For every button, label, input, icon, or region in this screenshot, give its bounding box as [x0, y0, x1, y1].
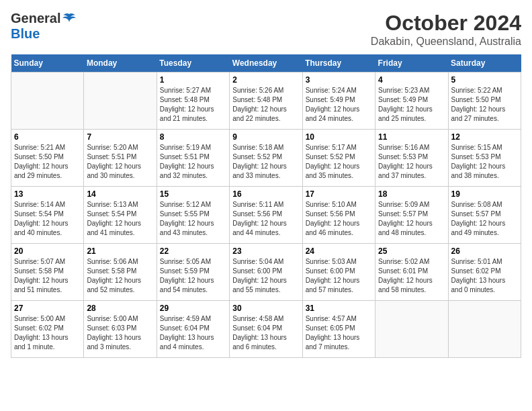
day-number: 17: [306, 189, 372, 199]
calendar-cell: 10Sunrise: 5:17 AM Sunset: 5:52 PM Dayli…: [302, 130, 375, 187]
title-section: October 2024 Dakabin, Queensland, Austra…: [371, 11, 521, 48]
calendar-cell: 3Sunrise: 5:24 AM Sunset: 5:49 PM Daylig…: [302, 73, 375, 130]
week-row-3: 13Sunrise: 5:14 AM Sunset: 5:54 PM Dayli…: [11, 187, 521, 244]
calendar-cell: 25Sunrise: 5:02 AM Sunset: 6:01 PM Dayli…: [375, 244, 448, 301]
calendar-cell: 8Sunrise: 5:19 AM Sunset: 5:51 PM Daylig…: [157, 130, 229, 187]
calendar-cell: [375, 301, 448, 358]
day-info: Sunrise: 5:21 AM Sunset: 5:50 PM Dayligh…: [14, 143, 81, 181]
day-info: Sunrise: 5:20 AM Sunset: 5:51 PM Dayligh…: [87, 143, 153, 181]
day-number: 13: [14, 189, 81, 199]
day-info: Sunrise: 5:02 AM Sunset: 6:01 PM Dayligh…: [378, 257, 445, 295]
calendar-cell: 24Sunrise: 5:03 AM Sunset: 6:00 PM Dayli…: [302, 244, 375, 301]
day-number: 11: [378, 132, 445, 142]
location-title: Dakabin, Queensland, Australia: [371, 36, 521, 48]
day-number: 14: [87, 189, 153, 199]
week-row-4: 20Sunrise: 5:07 AM Sunset: 5:58 PM Dayli…: [11, 244, 521, 301]
day-info: Sunrise: 5:23 AM Sunset: 5:49 PM Dayligh…: [378, 86, 445, 124]
logo-bird-icon: [62, 13, 77, 25]
day-number: 26: [451, 246, 518, 256]
day-number: 9: [232, 132, 299, 142]
day-number: 31: [306, 304, 372, 313]
day-number: 22: [160, 246, 226, 256]
calendar-cell: 13Sunrise: 5:14 AM Sunset: 5:54 PM Dayli…: [11, 187, 84, 244]
calendar-cell: 16Sunrise: 5:11 AM Sunset: 5:56 PM Dayli…: [230, 187, 302, 244]
calendar-cell: 20Sunrise: 5:07 AM Sunset: 5:58 PM Dayli…: [11, 244, 84, 301]
day-number: 1: [160, 75, 226, 85]
day-info: Sunrise: 5:14 AM Sunset: 5:54 PM Dayligh…: [14, 200, 81, 238]
day-info: Sunrise: 5:22 AM Sunset: 5:50 PM Dayligh…: [451, 86, 518, 124]
day-number: 23: [232, 246, 299, 256]
day-header-thursday: Thursday: [302, 54, 375, 73]
day-info: Sunrise: 4:58 AM Sunset: 6:04 PM Dayligh…: [232, 314, 299, 352]
day-info: Sunrise: 5:04 AM Sunset: 6:00 PM Dayligh…: [232, 257, 299, 295]
day-number: 5: [451, 75, 518, 85]
calendar-cell: 31Sunrise: 4:57 AM Sunset: 6:05 PM Dayli…: [302, 301, 375, 358]
calendar-cell: 17Sunrise: 5:10 AM Sunset: 5:56 PM Dayli…: [302, 187, 375, 244]
calendar-cell: 29Sunrise: 4:59 AM Sunset: 6:04 PM Dayli…: [157, 301, 229, 358]
day-header-friday: Friday: [375, 54, 448, 73]
calendar-cell: 14Sunrise: 5:13 AM Sunset: 5:54 PM Dayli…: [84, 187, 157, 244]
day-number: 2: [232, 75, 299, 85]
week-row-1: 1Sunrise: 5:27 AM Sunset: 5:48 PM Daylig…: [11, 73, 521, 130]
calendar-cell: 23Sunrise: 5:04 AM Sunset: 6:00 PM Dayli…: [230, 244, 302, 301]
day-info: Sunrise: 5:15 AM Sunset: 5:53 PM Dayligh…: [451, 143, 518, 181]
day-info: Sunrise: 5:05 AM Sunset: 5:59 PM Dayligh…: [160, 257, 226, 295]
calendar-cell: 1Sunrise: 5:27 AM Sunset: 5:48 PM Daylig…: [157, 73, 229, 130]
day-header-sunday: Sunday: [11, 54, 84, 73]
calendar-cell: [448, 301, 521, 358]
calendar-cell: 26Sunrise: 5:01 AM Sunset: 6:02 PM Dayli…: [448, 244, 521, 301]
day-number: 20: [14, 246, 81, 256]
day-header-wednesday: Wednesday: [230, 54, 302, 73]
day-number: 12: [451, 132, 518, 142]
calendar-table: SundayMondayTuesdayWednesdayThursdayFrid…: [11, 54, 521, 358]
calendar-cell: 11Sunrise: 5:16 AM Sunset: 5:53 PM Dayli…: [375, 130, 448, 187]
day-info: Sunrise: 5:08 AM Sunset: 5:57 PM Dayligh…: [451, 200, 518, 238]
day-number: 16: [232, 189, 299, 199]
days-of-week-row: SundayMondayTuesdayWednesdayThursdayFrid…: [11, 54, 521, 73]
calendar-cell: 30Sunrise: 4:58 AM Sunset: 6:04 PM Dayli…: [230, 301, 302, 358]
calendar-cell: [11, 73, 84, 130]
page-header: General Blue October 2024 Dakabin, Queen…: [11, 11, 521, 48]
day-number: 28: [87, 304, 153, 313]
day-number: 3: [306, 75, 372, 85]
day-info: Sunrise: 5:24 AM Sunset: 5:49 PM Dayligh…: [306, 86, 372, 124]
calendar-cell: [84, 73, 157, 130]
calendar-cell: 18Sunrise: 5:09 AM Sunset: 5:57 PM Dayli…: [375, 187, 448, 244]
calendar-cell: 6Sunrise: 5:21 AM Sunset: 5:50 PM Daylig…: [11, 130, 84, 187]
calendar-cell: 15Sunrise: 5:12 AM Sunset: 5:55 PM Dayli…: [157, 187, 229, 244]
week-row-2: 6Sunrise: 5:21 AM Sunset: 5:50 PM Daylig…: [11, 130, 521, 187]
calendar-cell: 7Sunrise: 5:20 AM Sunset: 5:51 PM Daylig…: [84, 130, 157, 187]
day-info: Sunrise: 5:06 AM Sunset: 5:58 PM Dayligh…: [87, 257, 153, 295]
calendar-cell: 19Sunrise: 5:08 AM Sunset: 5:57 PM Dayli…: [448, 187, 521, 244]
day-info: Sunrise: 5:10 AM Sunset: 5:56 PM Dayligh…: [306, 200, 372, 238]
week-row-5: 27Sunrise: 5:00 AM Sunset: 6:02 PM Dayli…: [11, 301, 521, 358]
calendar-cell: 12Sunrise: 5:15 AM Sunset: 5:53 PM Dayli…: [448, 130, 521, 187]
calendar-cell: 22Sunrise: 5:05 AM Sunset: 5:59 PM Dayli…: [157, 244, 229, 301]
day-number: 18: [378, 189, 445, 199]
day-number: 7: [87, 132, 153, 142]
day-info: Sunrise: 4:57 AM Sunset: 6:05 PM Dayligh…: [306, 314, 372, 352]
day-header-saturday: Saturday: [448, 54, 521, 73]
calendar-cell: 4Sunrise: 5:23 AM Sunset: 5:49 PM Daylig…: [375, 73, 448, 130]
day-info: Sunrise: 5:03 AM Sunset: 6:00 PM Dayligh…: [306, 257, 372, 295]
day-info: Sunrise: 4:59 AM Sunset: 6:04 PM Dayligh…: [160, 314, 226, 352]
day-info: Sunrise: 5:17 AM Sunset: 5:52 PM Dayligh…: [306, 143, 372, 181]
day-info: Sunrise: 5:00 AM Sunset: 6:03 PM Dayligh…: [87, 314, 153, 352]
day-info: Sunrise: 5:26 AM Sunset: 5:48 PM Dayligh…: [232, 86, 299, 124]
day-number: 19: [451, 189, 518, 199]
month-title: October 2024: [371, 11, 521, 36]
calendar-cell: 5Sunrise: 5:22 AM Sunset: 5:50 PM Daylig…: [448, 73, 521, 130]
calendar-cell: 9Sunrise: 5:18 AM Sunset: 5:52 PM Daylig…: [230, 130, 302, 187]
day-number: 4: [378, 75, 445, 85]
day-info: Sunrise: 5:09 AM Sunset: 5:57 PM Dayligh…: [378, 200, 445, 238]
day-number: 30: [232, 304, 299, 313]
day-info: Sunrise: 5:11 AM Sunset: 5:56 PM Dayligh…: [232, 200, 299, 238]
logo: General Blue: [11, 11, 77, 42]
day-number: 6: [14, 132, 81, 142]
day-header-monday: Monday: [84, 54, 157, 73]
day-info: Sunrise: 5:13 AM Sunset: 5:54 PM Dayligh…: [87, 200, 153, 238]
day-info: Sunrise: 5:27 AM Sunset: 5:48 PM Dayligh…: [160, 86, 226, 124]
day-number: 27: [14, 304, 81, 313]
day-number: 25: [378, 246, 445, 256]
day-number: 15: [160, 189, 226, 199]
